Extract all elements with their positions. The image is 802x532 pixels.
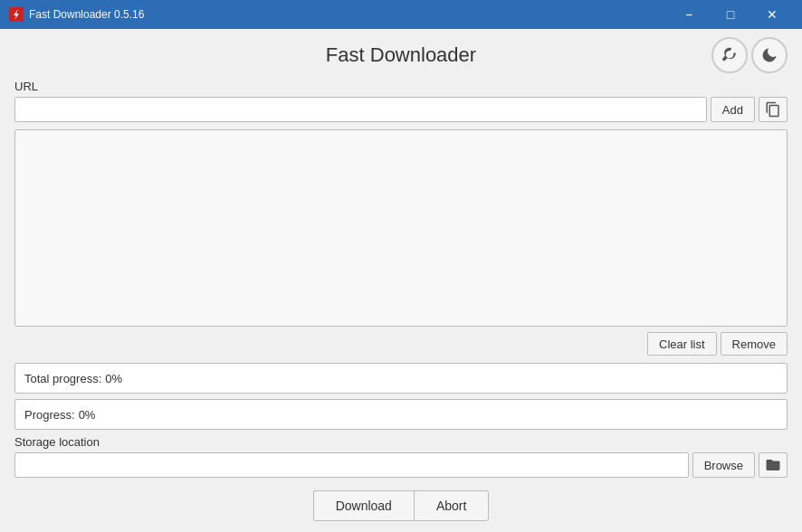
total-progress-section: Total progress: 0% xyxy=(14,363,788,394)
folder-button[interactable] xyxy=(759,452,788,478)
url-input-row: Add xyxy=(14,97,788,122)
settings-button[interactable] xyxy=(711,37,748,73)
header-actions xyxy=(711,37,788,73)
titlebar-controls: − □ ✕ xyxy=(668,0,793,29)
abort-button[interactable]: Abort xyxy=(414,490,489,521)
url-label: URL xyxy=(14,80,788,93)
list-controls: Clear list Remove xyxy=(14,332,788,356)
titlebar: Fast Downloader 0.5.16 − □ ✕ xyxy=(0,0,802,29)
total-progress-value: 0% xyxy=(105,372,122,385)
main-content: Fast Downloader URL Add xyxy=(0,29,802,532)
download-button[interactable]: Download xyxy=(313,490,414,521)
progress-section: Progress: 0% xyxy=(14,399,788,430)
clipboard-icon xyxy=(765,101,781,118)
close-button[interactable]: ✕ xyxy=(751,0,793,29)
progress-value: 0% xyxy=(79,408,96,422)
browse-button[interactable]: Browse xyxy=(692,452,755,478)
wrench-icon xyxy=(721,46,739,64)
app-icon xyxy=(9,7,24,22)
storage-label: Storage location xyxy=(14,435,788,449)
url-input[interactable] xyxy=(14,97,707,122)
theme-button[interactable] xyxy=(751,37,788,73)
moon-icon xyxy=(760,46,778,64)
url-list-area xyxy=(14,129,788,327)
app-header: Fast Downloader xyxy=(14,43,788,67)
titlebar-title: Fast Downloader 0.5.16 xyxy=(29,8,668,21)
maximize-button[interactable]: □ xyxy=(710,0,751,29)
storage-section: Storage location Browse xyxy=(14,435,788,478)
clear-list-button[interactable]: Clear list xyxy=(647,332,717,356)
storage-input[interactable] xyxy=(14,452,689,478)
add-button[interactable]: Add xyxy=(711,97,755,122)
remove-button[interactable]: Remove xyxy=(721,332,788,356)
clipboard-button[interactable] xyxy=(759,97,788,122)
progress-label: Progress: xyxy=(24,408,75,422)
folder-icon xyxy=(765,457,781,473)
total-progress-label: Total progress: xyxy=(24,372,101,385)
app-title: Fast Downloader xyxy=(326,43,476,67)
url-section: URL Add xyxy=(14,80,788,122)
action-buttons: Download Abort xyxy=(14,490,788,521)
storage-input-row: Browse xyxy=(14,452,788,478)
minimize-button[interactable]: − xyxy=(668,0,710,29)
